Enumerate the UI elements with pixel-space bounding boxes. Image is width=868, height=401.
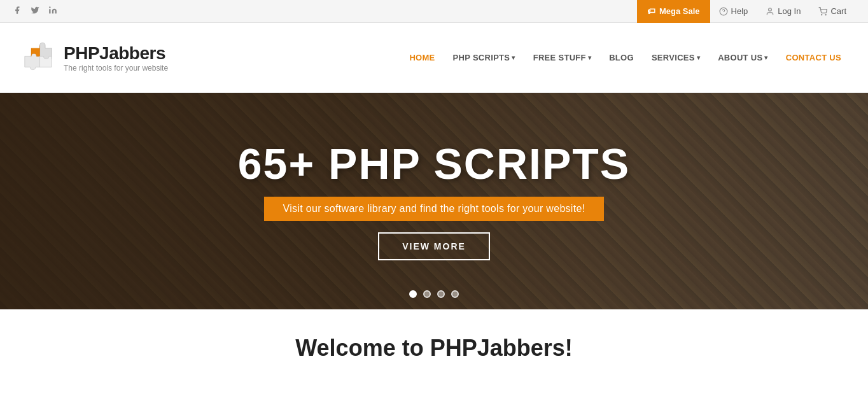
slider-dot-1[interactable] xyxy=(409,290,417,298)
social-links xyxy=(13,6,57,17)
login-label: Log In xyxy=(778,6,801,16)
help-label: Help xyxy=(731,6,748,16)
chevron-down-icon: ▾ xyxy=(697,54,700,61)
hero-title: 65+ PHP SCRIPTS xyxy=(238,142,630,185)
nav-item-home[interactable]: HOME xyxy=(402,48,442,67)
tag-icon: 🏷 xyxy=(647,6,655,16)
cart-link[interactable]: Cart xyxy=(809,0,855,23)
svg-point-3 xyxy=(822,14,822,15)
chevron-down-icon: ▾ xyxy=(764,54,767,61)
logo-tagline: The right tools for your website xyxy=(64,64,168,73)
twitter-icon[interactable] xyxy=(31,6,39,17)
welcome-section: Welcome to PHPJabbers! xyxy=(0,309,868,368)
nav-item-contact-us[interactable]: CONTACT US xyxy=(778,48,849,67)
main-nav: HOME PHP SCRIPTS ▾ FREE STUFF ▾ BLOG SER… xyxy=(402,48,849,67)
help-link[interactable]: Help xyxy=(710,0,757,23)
hero-content: 65+ PHP SCRIPTS Visit our software libra… xyxy=(238,142,630,260)
slider-dot-2[interactable] xyxy=(423,290,431,298)
slider-dot-4[interactable] xyxy=(451,290,459,298)
logo-name: PHPJabbers xyxy=(64,43,168,64)
nav-item-free-stuff[interactable]: FREE STUFF ▾ xyxy=(526,48,599,67)
facebook-icon[interactable] xyxy=(13,6,22,17)
chevron-down-icon: ▾ xyxy=(512,54,515,61)
nav-item-blog[interactable]: BLOG xyxy=(601,48,641,67)
header: PHPJabbers The right tools for your webs… xyxy=(0,23,868,93)
mega-sale-label: Mega Sale xyxy=(659,6,700,16)
top-bar-actions: 🏷 Mega Sale Help Log In Cart xyxy=(637,0,855,23)
hero-subtitle: Visit our software library and find the … xyxy=(264,197,605,221)
cart-label: Cart xyxy=(830,6,846,16)
nav-item-services[interactable]: SERVICES ▾ xyxy=(644,48,708,67)
hero-section: 65+ PHP SCRIPTS Visit our software libra… xyxy=(0,93,868,309)
linkedin-icon[interactable] xyxy=(48,6,57,17)
mega-sale-button[interactable]: 🏷 Mega Sale xyxy=(637,0,710,23)
slider-dots xyxy=(409,290,459,298)
nav-item-about-us[interactable]: ABOUT US ▾ xyxy=(710,48,776,67)
chevron-down-icon: ▾ xyxy=(588,54,591,61)
welcome-title: Welcome to PHPJabbers! xyxy=(13,335,855,362)
slider-dot-3[interactable] xyxy=(437,290,445,298)
nav-item-php-scripts[interactable]: PHP SCRIPTS ▾ xyxy=(445,48,523,67)
view-more-button[interactable]: VIEW MORE xyxy=(378,232,490,260)
logo-text: PHPJabbers The right tools for your webs… xyxy=(64,43,168,73)
login-link[interactable]: Log In xyxy=(757,0,809,23)
svg-point-4 xyxy=(826,14,827,15)
logo-icon xyxy=(19,40,57,75)
svg-point-2 xyxy=(769,8,772,11)
logo[interactable]: PHPJabbers The right tools for your webs… xyxy=(19,40,168,75)
top-bar: 🏷 Mega Sale Help Log In Cart xyxy=(0,0,868,23)
svg-point-0 xyxy=(49,6,50,8)
